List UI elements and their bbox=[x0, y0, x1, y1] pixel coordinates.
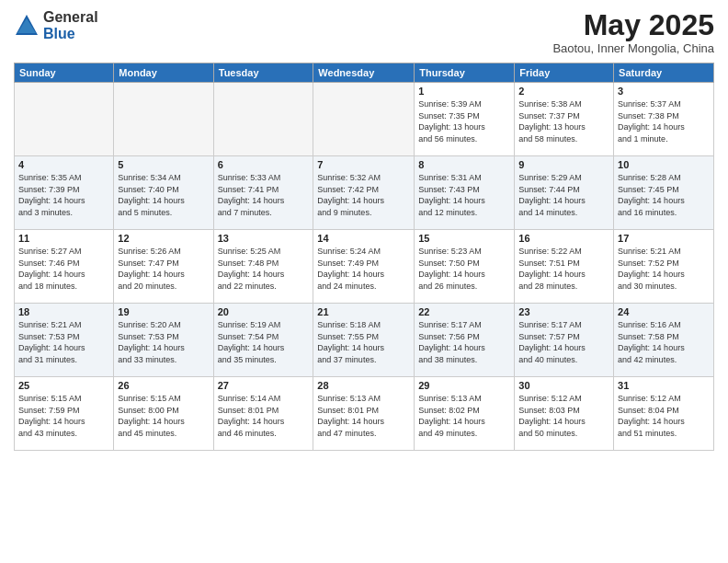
calendar-cell: 15Sunrise: 5:23 AM Sunset: 7:50 PM Dayli… bbox=[415, 230, 515, 304]
day-number: 19 bbox=[118, 306, 209, 317]
day-info: Sunrise: 5:37 AM Sunset: 7:38 PM Dayligh… bbox=[618, 98, 710, 144]
day-info: Sunrise: 5:13 AM Sunset: 8:02 PM Dayligh… bbox=[418, 393, 510, 439]
day-number: 7 bbox=[317, 159, 410, 170]
weekday-header-wednesday: Wednesday bbox=[313, 63, 415, 83]
day-number: 22 bbox=[418, 306, 510, 317]
calendar-cell: 4Sunrise: 5:35 AM Sunset: 7:39 PM Daylig… bbox=[15, 156, 114, 230]
day-info: Sunrise: 5:17 AM Sunset: 7:56 PM Dayligh… bbox=[418, 319, 510, 365]
calendar-cell: 11Sunrise: 5:27 AM Sunset: 7:46 PM Dayli… bbox=[15, 230, 114, 304]
calendar-cell bbox=[15, 83, 114, 156]
day-number: 9 bbox=[518, 159, 609, 170]
calendar-week-3: 11Sunrise: 5:27 AM Sunset: 7:46 PM Dayli… bbox=[15, 230, 714, 304]
day-number: 5 bbox=[118, 159, 209, 170]
day-info: Sunrise: 5:25 AM Sunset: 7:48 PM Dayligh… bbox=[218, 246, 310, 292]
calendar-cell: 31Sunrise: 5:12 AM Sunset: 8:04 PM Dayli… bbox=[614, 377, 714, 451]
calendar-cell: 20Sunrise: 5:19 AM Sunset: 7:54 PM Dayli… bbox=[213, 304, 313, 377]
calendar-cell: 27Sunrise: 5:14 AM Sunset: 8:01 PM Dayli… bbox=[213, 377, 313, 451]
calendar-cell: 16Sunrise: 5:22 AM Sunset: 7:51 PM Dayli… bbox=[515, 230, 614, 304]
day-info: Sunrise: 5:35 AM Sunset: 7:39 PM Dayligh… bbox=[18, 172, 109, 218]
calendar-cell: 23Sunrise: 5:17 AM Sunset: 7:57 PM Dayli… bbox=[515, 304, 614, 377]
day-info: Sunrise: 5:27 AM Sunset: 7:46 PM Dayligh… bbox=[18, 246, 109, 292]
calendar-cell: 17Sunrise: 5:21 AM Sunset: 7:52 PM Dayli… bbox=[614, 230, 714, 304]
day-info: Sunrise: 5:22 AM Sunset: 7:51 PM Dayligh… bbox=[518, 246, 609, 292]
logo: General Blue bbox=[14, 9, 98, 41]
calendar-cell bbox=[213, 83, 313, 156]
logo-blue: Blue bbox=[43, 26, 98, 42]
weekday-header-saturday: Saturday bbox=[614, 63, 714, 83]
day-number: 12 bbox=[118, 233, 209, 244]
day-number: 14 bbox=[317, 233, 410, 244]
day-info: Sunrise: 5:13 AM Sunset: 8:01 PM Dayligh… bbox=[317, 393, 410, 439]
day-number: 16 bbox=[518, 233, 609, 244]
day-number: 23 bbox=[518, 306, 609, 317]
calendar-week-1: 1Sunrise: 5:39 AM Sunset: 7:35 PM Daylig… bbox=[15, 83, 714, 156]
logo-text: General Blue bbox=[43, 9, 98, 41]
weekday-row: SundayMondayTuesdayWednesdayThursdayFrid… bbox=[15, 63, 714, 83]
logo-icon bbox=[14, 13, 40, 39]
day-number: 2 bbox=[518, 86, 609, 97]
day-info: Sunrise: 5:24 AM Sunset: 7:49 PM Dayligh… bbox=[317, 246, 410, 292]
day-info: Sunrise: 5:20 AM Sunset: 7:53 PM Dayligh… bbox=[118, 319, 209, 365]
calendar-cell: 14Sunrise: 5:24 AM Sunset: 7:49 PM Dayli… bbox=[313, 230, 415, 304]
calendar-body: 1Sunrise: 5:39 AM Sunset: 7:35 PM Daylig… bbox=[15, 83, 714, 451]
day-info: Sunrise: 5:32 AM Sunset: 7:42 PM Dayligh… bbox=[317, 172, 410, 218]
calendar-cell: 1Sunrise: 5:39 AM Sunset: 7:35 PM Daylig… bbox=[415, 83, 515, 156]
header: General Blue May 2025 Baotou, Inner Mong… bbox=[14, 9, 714, 55]
calendar-cell: 21Sunrise: 5:18 AM Sunset: 7:55 PM Dayli… bbox=[313, 304, 415, 377]
day-number: 18 bbox=[18, 306, 109, 317]
day-number: 20 bbox=[218, 306, 310, 317]
day-number: 27 bbox=[218, 380, 310, 391]
calendar-cell: 9Sunrise: 5:29 AM Sunset: 7:44 PM Daylig… bbox=[515, 156, 614, 230]
calendar-cell: 22Sunrise: 5:17 AM Sunset: 7:56 PM Dayli… bbox=[415, 304, 515, 377]
calendar-week-4: 18Sunrise: 5:21 AM Sunset: 7:53 PM Dayli… bbox=[15, 304, 714, 377]
calendar-cell: 10Sunrise: 5:28 AM Sunset: 7:45 PM Dayli… bbox=[614, 156, 714, 230]
day-info: Sunrise: 5:19 AM Sunset: 7:54 PM Dayligh… bbox=[218, 319, 310, 365]
day-number: 26 bbox=[118, 380, 209, 391]
day-number: 24 bbox=[618, 306, 710, 317]
day-info: Sunrise: 5:23 AM Sunset: 7:50 PM Dayligh… bbox=[418, 246, 510, 292]
calendar-cell bbox=[114, 83, 213, 156]
day-info: Sunrise: 5:15 AM Sunset: 7:59 PM Dayligh… bbox=[18, 393, 109, 439]
calendar-cell: 24Sunrise: 5:16 AM Sunset: 7:58 PM Dayli… bbox=[614, 304, 714, 377]
day-info: Sunrise: 5:21 AM Sunset: 7:52 PM Dayligh… bbox=[618, 246, 710, 292]
day-info: Sunrise: 5:15 AM Sunset: 8:00 PM Dayligh… bbox=[118, 393, 209, 439]
location-subtitle: Baotou, Inner Mongolia, China bbox=[552, 41, 714, 55]
day-number: 25 bbox=[18, 380, 109, 391]
calendar-week-2: 4Sunrise: 5:35 AM Sunset: 7:39 PM Daylig… bbox=[15, 156, 714, 230]
day-number: 31 bbox=[618, 380, 710, 391]
day-info: Sunrise: 5:21 AM Sunset: 7:53 PM Dayligh… bbox=[18, 319, 109, 365]
weekday-header-monday: Monday bbox=[114, 63, 213, 83]
calendar-cell: 2Sunrise: 5:38 AM Sunset: 7:37 PM Daylig… bbox=[515, 83, 614, 156]
calendar-cell: 6Sunrise: 5:33 AM Sunset: 7:41 PM Daylig… bbox=[213, 156, 313, 230]
day-number: 29 bbox=[418, 380, 510, 391]
calendar-week-5: 25Sunrise: 5:15 AM Sunset: 7:59 PM Dayli… bbox=[15, 377, 714, 451]
day-number: 17 bbox=[618, 233, 710, 244]
day-info: Sunrise: 5:39 AM Sunset: 7:35 PM Dayligh… bbox=[418, 98, 510, 144]
calendar-cell: 7Sunrise: 5:32 AM Sunset: 7:42 PM Daylig… bbox=[313, 156, 415, 230]
day-number: 28 bbox=[317, 380, 410, 391]
calendar-cell bbox=[313, 83, 415, 156]
calendar-cell: 19Sunrise: 5:20 AM Sunset: 7:53 PM Dayli… bbox=[114, 304, 213, 377]
calendar-cell: 25Sunrise: 5:15 AM Sunset: 7:59 PM Dayli… bbox=[15, 377, 114, 451]
day-number: 13 bbox=[218, 233, 310, 244]
day-number: 1 bbox=[418, 86, 510, 97]
day-info: Sunrise: 5:33 AM Sunset: 7:41 PM Dayligh… bbox=[218, 172, 310, 218]
svg-marker-1 bbox=[17, 18, 36, 33]
day-number: 11 bbox=[18, 233, 109, 244]
day-number: 15 bbox=[418, 233, 510, 244]
day-info: Sunrise: 5:12 AM Sunset: 8:04 PM Dayligh… bbox=[618, 393, 710, 439]
calendar-cell: 8Sunrise: 5:31 AM Sunset: 7:43 PM Daylig… bbox=[415, 156, 515, 230]
day-number: 4 bbox=[18, 159, 109, 170]
day-number: 8 bbox=[418, 159, 510, 170]
day-number: 30 bbox=[518, 380, 609, 391]
day-info: Sunrise: 5:18 AM Sunset: 7:55 PM Dayligh… bbox=[317, 319, 410, 365]
calendar-header: SundayMondayTuesdayWednesdayThursdayFrid… bbox=[15, 63, 714, 83]
weekday-header-sunday: Sunday bbox=[15, 63, 114, 83]
day-number: 10 bbox=[618, 159, 710, 170]
day-info: Sunrise: 5:34 AM Sunset: 7:40 PM Dayligh… bbox=[118, 172, 209, 218]
day-info: Sunrise: 5:31 AM Sunset: 7:43 PM Dayligh… bbox=[418, 172, 510, 218]
calendar-cell: 12Sunrise: 5:26 AM Sunset: 7:47 PM Dayli… bbox=[114, 230, 213, 304]
calendar-table: SundayMondayTuesdayWednesdayThursdayFrid… bbox=[14, 63, 714, 451]
month-title: May 2025 bbox=[552, 9, 714, 41]
day-number: 3 bbox=[618, 86, 710, 97]
